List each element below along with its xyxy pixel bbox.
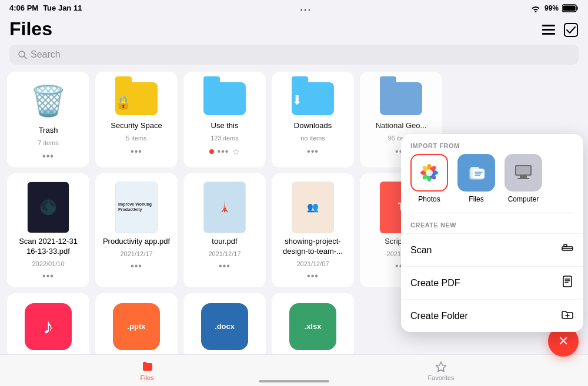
create-pdf-action[interactable]: Create PDF: [401, 266, 583, 299]
svg-point-20: [426, 169, 433, 176]
photos-label: Photos: [418, 195, 440, 203]
photos-icon: [417, 160, 442, 185]
svg-rect-27: [517, 178, 529, 179]
import-icons-row: Photos Files: [401, 154, 583, 213]
computer-icon: [511, 160, 536, 185]
scan-action[interactable]: Scan: [401, 233, 583, 266]
create-folder-icon: [561, 308, 574, 324]
scan-label: Scan: [410, 245, 432, 256]
import-create-popup: IMPORT FROM Photos: [401, 134, 583, 332]
create-pdf-label: Create PDF: [410, 278, 460, 288]
svg-rect-29: [564, 244, 567, 247]
computer-circle: [505, 154, 542, 192]
create-folder-action[interactable]: Create Folder: [401, 299, 583, 332]
files-icon: [466, 162, 487, 183]
import-photos-button[interactable]: Photos: [410, 154, 448, 203]
create-section-title: CREATE NEW: [401, 213, 583, 233]
svg-rect-31: [563, 276, 572, 287]
files-label: Files: [469, 195, 483, 203]
create-pdf-icon: [561, 275, 574, 291]
scan-icon: [561, 242, 574, 258]
create-folder-label: Create Folder: [410, 311, 468, 321]
photos-circle: [410, 154, 448, 192]
import-computer-button[interactable]: Computer: [505, 154, 542, 203]
import-files-button[interactable]: Files: [457, 154, 495, 203]
computer-label: Computer: [508, 195, 539, 203]
svg-rect-25: [516, 166, 530, 174]
import-section-title: IMPORT FROM: [401, 134, 583, 154]
files-circle: [457, 154, 495, 192]
svg-rect-26: [520, 176, 527, 178]
